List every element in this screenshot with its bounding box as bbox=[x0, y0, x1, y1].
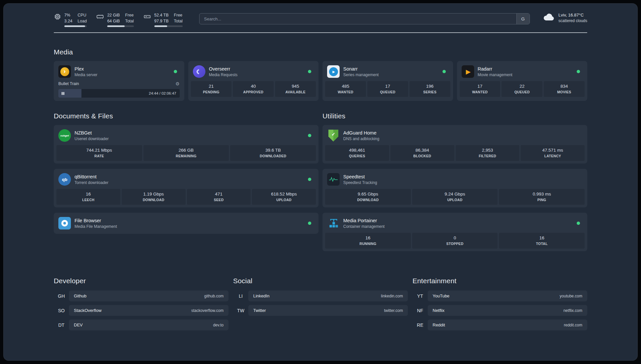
stat-value: 945 bbox=[276, 84, 315, 89]
status-dot bbox=[577, 222, 580, 225]
service-card-speedtest[interactable]: Speedtest Speedtest Tracking 9.65 Gbps D… bbox=[322, 169, 587, 207]
stat-label: WANTED bbox=[461, 90, 499, 94]
stat-value: 744.21 Mbps bbox=[58, 148, 141, 153]
stat-label: WANTED bbox=[326, 90, 365, 94]
playback-progress-bar[interactable]: 24:44 / 02:06:47 bbox=[58, 89, 180, 98]
status-dot bbox=[174, 70, 177, 73]
bookmark-row: DT DEV dev.to bbox=[54, 319, 229, 330]
service-name: Plex bbox=[75, 66, 97, 72]
bookmark-url: stackoverflow.com bbox=[191, 308, 224, 313]
stat-running: 16 RUNNING bbox=[325, 233, 411, 249]
bookmark-link-stackoverflow[interactable]: StackOverflow stackoverflow.com bbox=[69, 305, 229, 316]
service-card-overseerr[interactable]: Overseerr Media Requests 21 PENDING 40 A… bbox=[188, 61, 319, 101]
stat-value: 21 bbox=[192, 84, 230, 89]
bookmark-url: reddit.com bbox=[564, 323, 582, 327]
stat-label: UPLOAD bbox=[253, 198, 315, 202]
documents-section: Documents & Files nzbget NZBGet Usenet d… bbox=[54, 101, 319, 239]
section-title-utilities: Utilities bbox=[322, 112, 587, 120]
disk-total-label: Total bbox=[174, 18, 182, 24]
bookmark-row: SO StackOverflow stackoverflow.com bbox=[54, 305, 229, 316]
status-dot bbox=[443, 70, 446, 73]
bookmark-group-entertainment: Entertainment YT YouTube youtube.com NF … bbox=[412, 277, 587, 334]
service-subtitle: Container management bbox=[343, 224, 384, 229]
service-name: Overseerr bbox=[209, 66, 238, 72]
bookmark-link-reddit[interactable]: Reddit reddit.com bbox=[428, 319, 587, 330]
stat-downloaded: 39.6 TB DOWNLOADED bbox=[230, 145, 316, 161]
stats-row: 498,461 QUERIES 86,384 BLOCKED 2,953 FIL… bbox=[325, 145, 585, 161]
service-card-qbittorrent[interactable]: qb qBittorrent Torrent downloader 16 LEE… bbox=[54, 169, 319, 207]
memory-total-label: Total bbox=[125, 18, 134, 24]
service-name: AdGuard Home bbox=[343, 130, 379, 136]
bookmark-row: LI LinkedIn linkedin.com bbox=[233, 290, 408, 301]
bookmark-link-linkedin[interactable]: LinkedIn linkedin.com bbox=[248, 290, 408, 301]
bookmark-name: Github bbox=[74, 293, 86, 298]
service-card-radarr[interactable]: ▶ Radarr Movie management 17 WANTED 22 Q… bbox=[457, 61, 588, 101]
section-title-social: Social bbox=[233, 277, 408, 285]
stat-queued: 22 QUEUED bbox=[502, 81, 542, 97]
track-title: Bullet Train bbox=[58, 81, 79, 86]
service-subtitle: DNS and adblocking bbox=[343, 136, 379, 141]
stat-label: DOWNLOADED bbox=[231, 154, 315, 158]
status-dot bbox=[308, 134, 311, 137]
stat-value: 40 bbox=[234, 84, 272, 89]
bookmark-abbr: TW bbox=[233, 308, 248, 313]
stat-value: 485 bbox=[326, 84, 365, 89]
cpu-percent: 7% bbox=[64, 12, 72, 18]
stat-label: REMAINING bbox=[145, 154, 228, 158]
gear-icon[interactable]: ⚙ bbox=[175, 81, 180, 86]
service-subtitle: Media server bbox=[75, 73, 97, 77]
service-name: Sonarr bbox=[343, 66, 379, 72]
utilities-section: Utilities ✓ AdGuard Home DNS and adblock… bbox=[322, 101, 587, 257]
service-card-adguard[interactable]: ✓ AdGuard Home DNS and adblocking 498,46… bbox=[322, 125, 587, 164]
stat-wanted: 17 WANTED bbox=[460, 81, 501, 97]
bookmark-link-youtube[interactable]: YouTube youtube.com bbox=[428, 290, 587, 301]
pause-icon[interactable] bbox=[62, 92, 64, 95]
stat-value: 618.52 Mbps bbox=[253, 192, 315, 197]
service-card-nzbget[interactable]: nzbget NZBGet Usenet downloader 744.21 M… bbox=[54, 125, 319, 164]
memory-icon bbox=[96, 13, 104, 27]
stat-label: LATENCY bbox=[522, 154, 583, 158]
bookmark-link-twitter[interactable]: Twitter twitter.com bbox=[248, 305, 408, 316]
memory-free-label: Free bbox=[125, 12, 134, 18]
service-subtitle: Movie management bbox=[478, 73, 512, 77]
bookmark-link-netflix[interactable]: Netflix netflix.com bbox=[428, 305, 587, 316]
stat-value: 196 bbox=[411, 84, 449, 89]
service-card-filebrowser[interactable]: File Browser Media File Management bbox=[54, 213, 319, 234]
cpu-usage-bar bbox=[64, 25, 87, 27]
stat-label: FILTERED bbox=[457, 154, 518, 158]
stat-value: 16 bbox=[500, 235, 583, 240]
stat-value: 266 GB bbox=[145, 148, 228, 153]
bookmark-url: github.com bbox=[204, 294, 224, 298]
disk-usage-bar-fill bbox=[154, 25, 168, 27]
search-input[interactable] bbox=[199, 14, 516, 24]
bookmark-abbr: LI bbox=[233, 293, 248, 299]
stat-total: 16 TOTAL bbox=[499, 233, 585, 249]
service-card-plex[interactable]: › Plex Media server Bullet Train ⚙ bbox=[54, 61, 184, 101]
bookmark-link-dev[interactable]: DEV dev.to bbox=[69, 319, 229, 330]
bookmark-group-social: Social LI LinkedIn linkedin.com TW Twitt… bbox=[233, 277, 408, 319]
stat-label: AVAILABLE bbox=[276, 90, 315, 94]
service-card-sonarr[interactable]: ▶ Sonarr Series management 485 WANTED 17… bbox=[322, 61, 453, 101]
memory-usage-bar-fill bbox=[107, 25, 125, 27]
stat-value: 0 bbox=[413, 235, 497, 240]
cpu-load-label: Load bbox=[77, 18, 87, 24]
service-card-portainer[interactable]: Media Portainer Container management 16 … bbox=[322, 213, 587, 251]
bookmark-abbr: YT bbox=[412, 293, 428, 299]
service-subtitle: Speedtest Tracking bbox=[343, 180, 377, 185]
stat-label: DOWNLOAD bbox=[123, 198, 184, 202]
stat-pending: 21 PENDING bbox=[191, 81, 232, 97]
bookmark-name: YouTube bbox=[433, 293, 449, 298]
bookmark-link-github[interactable]: Github github.com bbox=[69, 290, 229, 301]
service-name: Speedtest bbox=[343, 174, 377, 179]
speedtest-wave-icon bbox=[327, 173, 340, 186]
memory-usage-bar bbox=[107, 25, 134, 27]
search-provider-button[interactable]: G bbox=[516, 14, 530, 24]
stat-value: 17 bbox=[369, 84, 407, 89]
bookmark-name: Reddit bbox=[433, 322, 445, 327]
service-subtitle: Series management bbox=[343, 73, 379, 77]
media-section: › Plex Media server Bullet Train ⚙ bbox=[54, 61, 587, 101]
bookmark-name: Twitter bbox=[253, 308, 266, 313]
cloud-icon bbox=[542, 13, 555, 23]
stat-blocked: 86,384 BLOCKED bbox=[390, 145, 454, 161]
bookmark-row: YT YouTube youtube.com bbox=[412, 290, 587, 301]
